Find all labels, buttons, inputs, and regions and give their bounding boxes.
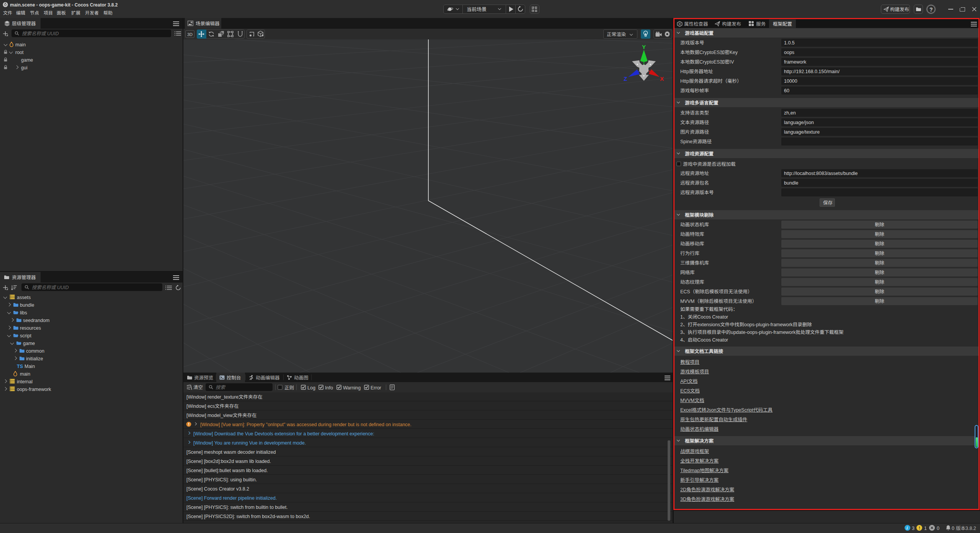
svg-text:Z: Z [624,75,627,82]
svg-text:Y: Y [642,44,646,50]
svg-text:X: X [660,75,664,82]
